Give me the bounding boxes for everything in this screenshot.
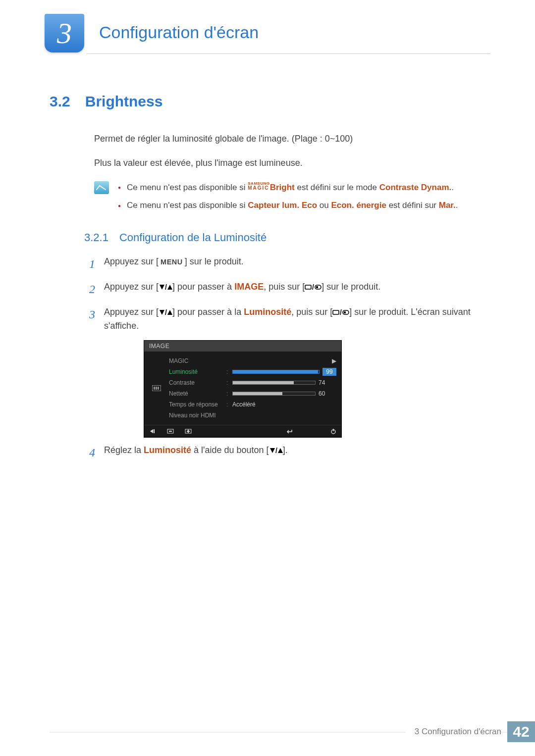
osd-row-nettete: Netteté: 60	[169, 388, 336, 399]
svg-text:/: /	[165, 309, 167, 316]
section-title: Brightness	[85, 93, 163, 110]
svg-rect-1	[305, 285, 311, 289]
step-4: 4 Réglez la Luminosité à l'aide du bouto…	[84, 444, 490, 462]
osd-value-luminosite: 99	[322, 368, 336, 376]
subsection-number: 3.2.1	[84, 231, 108, 244]
osd-value-temps: Accéléré	[232, 401, 256, 408]
osd-header: IMAGE	[144, 341, 341, 352]
page-number: 42	[507, 721, 535, 742]
section-number: 3.2	[50, 93, 70, 110]
down-up-arrow-icon: /	[159, 282, 172, 292]
osd-slider-contraste	[232, 381, 316, 385]
osd-row-luminosite: Luminosité: 99	[169, 366, 336, 377]
note2-text-a: Ce menu n'est pas disponible si	[127, 201, 248, 210]
osd-value-contraste: 74	[319, 379, 336, 386]
osd-back-icon	[149, 429, 156, 434]
step-number: 1	[84, 255, 95, 273]
page-footer: 3 Configuration d'écran 42	[50, 721, 535, 742]
step2-image: IMAGE	[234, 282, 264, 292]
note-icon	[94, 181, 109, 194]
section-intro-1: Permet de régler la luminosité globale d…	[94, 133, 490, 145]
osd-footer	[144, 425, 341, 437]
step-number: 2	[84, 280, 95, 299]
note1-bright: Bright	[270, 183, 295, 192]
chapter-number: 3	[57, 16, 72, 50]
chapter-number-tab: 3	[45, 14, 84, 52]
step-1: 1 Appuyez sur [MENU] sur le produit.	[84, 255, 490, 273]
osd-row-temps: Temps de réponse: Accéléré	[169, 399, 336, 410]
osd-enter-icon	[285, 429, 294, 434]
svg-rect-10	[154, 429, 155, 433]
select-enter-icon: /	[305, 282, 321, 292]
svg-rect-9	[344, 311, 346, 313]
svg-rect-12	[169, 431, 172, 432]
note-block: ● Ce menu n'est pas disponible si SAMSUN…	[94, 181, 490, 217]
note1-mode: Contraste Dynam.	[379, 183, 451, 192]
chapter-divider	[87, 53, 490, 54]
chapter-title: Configuration d'écran	[99, 23, 259, 42]
svg-rect-17	[333, 429, 333, 431]
step3-luminosite: Luminosité	[244, 307, 291, 317]
step-number: 3	[84, 305, 95, 324]
note1-text-a: Ce menu n'est pas disponible si	[127, 183, 248, 192]
down-up-arrow-icon: /	[269, 445, 283, 455]
svg-text:/: /	[312, 284, 314, 291]
footer-chapter-label: 3 Configuration d'écran	[406, 727, 501, 737]
osd-slider-nettete	[232, 392, 316, 396]
step4-luminosite: Luminosité	[144, 445, 191, 455]
svg-rect-4	[316, 286, 318, 288]
svg-text:/: /	[275, 447, 277, 454]
osd-slider-luminosite	[232, 370, 320, 374]
note-item-1: ● Ce menu n'est pas disponible si SAMSUN…	[118, 181, 458, 194]
step-number: 4	[84, 444, 95, 462]
step-3: 3 Appuyez sur [/] pour passer à la Lumin…	[84, 305, 490, 333]
osd-plus-icon	[185, 429, 192, 434]
select-enter-icon: /	[332, 307, 349, 317]
osd-value-nettete: 60	[319, 390, 336, 397]
step-2: 2 Appuyez sur [/] pour passer à IMAGE, p…	[84, 280, 490, 299]
osd-category-icon	[152, 385, 161, 391]
note1-text-b: est défini sur le mode	[295, 183, 379, 192]
osd-row-niveau: Niveau noir HDMI	[169, 410, 336, 421]
osd-row-magic: MAGIC ▶	[169, 355, 336, 366]
note2-mar: Mar.	[439, 201, 456, 210]
bullet-icon: ●	[118, 202, 121, 214]
osd-minus-icon	[167, 429, 174, 434]
svg-rect-6	[333, 310, 339, 314]
section-intro-2: Plus la valeur est élevée, plus l'image …	[94, 157, 490, 169]
note2-energy: Econ. énergie	[331, 201, 386, 210]
note-item-2: ● Ce menu n'est pas disponible si Capteu…	[118, 200, 458, 211]
osd-power-icon	[330, 428, 336, 434]
bullet-icon: ●	[118, 184, 121, 197]
osd-row-contraste: Contraste: 74	[169, 377, 336, 388]
osd-preview: IMAGE MAGIC ▶ Luminosité: 99	[144, 340, 342, 438]
svg-text:/: /	[340, 309, 342, 316]
subsection-title: Configuration de la Luminosité	[119, 231, 267, 244]
samsung-magic-logo: SAMSUNGMAGIC	[248, 181, 269, 190]
svg-rect-15	[188, 430, 189, 433]
chevron-right-icon: ▶	[332, 357, 336, 364]
down-up-arrow-icon: /	[159, 307, 172, 317]
svg-text:/: /	[165, 284, 167, 291]
note2-eco: Capteur lum. Eco	[248, 201, 317, 210]
menu-button-label: MENU	[159, 256, 185, 268]
